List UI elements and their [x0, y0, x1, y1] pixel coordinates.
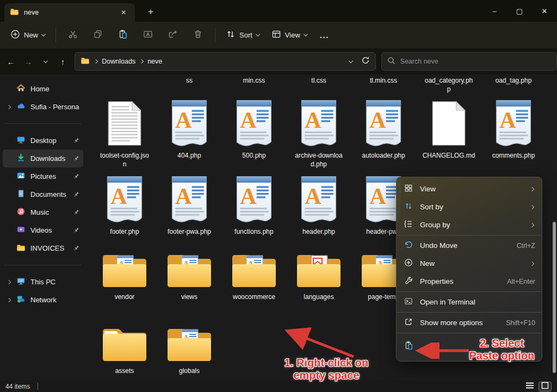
maximize-button[interactable]: ▢	[507, 0, 532, 22]
forward-button[interactable]: →	[20, 53, 37, 70]
file-item[interactable]: Awoocommerce	[224, 247, 284, 302]
menu-item-group-by[interactable]: Group by	[397, 216, 542, 234]
breadcrumb-neve[interactable]: neve	[147, 58, 162, 65]
file-item[interactable]: ss	[159, 77, 220, 85]
sidebar-item-invoices[interactable]: INVOICES	[3, 239, 83, 257]
back-button[interactable]: ←	[2, 53, 20, 70]
share-button[interactable]	[162, 26, 184, 44]
doc-blank-icon	[418, 99, 479, 152]
svg-text:A: A	[240, 184, 257, 209]
search-input[interactable]: Search neve	[381, 52, 557, 71]
sort-button[interactable]: Sort	[221, 26, 264, 44]
file-item[interactable]: tl.min.css	[353, 77, 414, 85]
php-icon: A	[159, 176, 220, 228]
sidebar-item-videos[interactable]: Videos	[3, 221, 83, 239]
vertical-scrollbar[interactable]	[553, 222, 556, 373]
tab-close-icon[interactable]: ✕	[117, 7, 129, 18]
pin-icon	[73, 191, 79, 198]
new-tab-button[interactable]: +	[143, 4, 159, 20]
file-item[interactable]: tl.css	[288, 77, 349, 85]
menu-item-properties[interactable]: PropertiesAlt+Enter	[397, 272, 542, 290]
menu-item-undo-move[interactable]: Undo MoveCtrl+Z	[397, 237, 542, 254]
close-button[interactable]: ✕	[532, 0, 557, 22]
menu-item-sort-by[interactable]: Sort by	[397, 198, 542, 216]
up-button[interactable]: ↑	[54, 53, 71, 70]
breadcrumb-downloads[interactable]: Downloads	[102, 58, 135, 65]
sidebar-item-desktop[interactable]: Desktop	[3, 132, 83, 150]
large-icons-view-icon	[541, 382, 549, 391]
file-item[interactable]: Afooter.php	[94, 176, 155, 237]
chevron-down-icon[interactable]	[348, 58, 352, 63]
copy-icon	[93, 29, 103, 41]
paste-icon	[404, 341, 413, 352]
php-icon: A	[224, 99, 284, 152]
cut-button[interactable]	[61, 26, 84, 44]
php-icon: A	[94, 176, 155, 228]
file-item[interactable]: Aautoloader.php	[353, 99, 414, 160]
file-item[interactable]: Aarchive-downloa d.php	[288, 99, 349, 169]
file-label: tl.min.css	[353, 77, 414, 85]
file-item[interactable]: oad_tag.php	[483, 77, 544, 85]
minimize-button[interactable]: –	[482, 0, 507, 22]
file-item[interactable]: min.css	[224, 77, 284, 85]
chevron-right-icon[interactable]	[6, 105, 11, 109]
file-item[interactable]: Afooter-pwa.php	[159, 176, 220, 237]
menu-item-view[interactable]: View	[397, 180, 542, 198]
rename-button[interactable]	[137, 26, 159, 44]
sidebar-item-downloads[interactable]: Downloads	[3, 150, 83, 167]
file-item[interactable]: Aviews	[159, 247, 220, 302]
trash-icon	[193, 29, 203, 41]
file-label: oad_category.ph p	[418, 77, 479, 94]
chevron-down-icon	[41, 32, 46, 36]
large-icons-view-button[interactable]	[539, 382, 552, 391]
file-item[interactable]: assets	[94, 321, 155, 376]
chevron-right-icon[interactable]	[6, 281, 11, 284]
more-options-button[interactable]: ...	[314, 28, 335, 42]
copy-button[interactable]	[86, 26, 109, 44]
address-bar[interactable]: Downloads neve	[75, 52, 375, 71]
sidebar-item-sufia-personal[interactable]: Sufia - Personal	[3, 98, 83, 116]
tab-neve[interactable]: neve ✕	[4, 3, 135, 22]
file-item[interactable]: A404.php	[159, 99, 220, 160]
file-label: functions.php	[224, 228, 284, 237]
home-icon	[16, 84, 26, 94]
paste-button[interactable]	[112, 26, 134, 44]
chevron-right-icon[interactable]	[6, 298, 11, 302]
sidebar-item-network[interactable]: Network	[3, 291, 83, 309]
file-item[interactable]: CHANGELOG.md	[418, 99, 479, 160]
sidebar-item-pictures[interactable]: Pictures	[3, 167, 83, 185]
menu-item-label: New	[420, 259, 523, 267]
sidebar-item-label: Downloads	[30, 154, 68, 163]
menu-item-show-more-options[interactable]: Show more optionsShift+F10	[397, 314, 542, 332]
delete-button[interactable]	[187, 26, 209, 44]
pin-icon	[73, 155, 79, 162]
refresh-icon[interactable]	[361, 56, 370, 67]
menu-item-open-in-terminal[interactable]: Open in Terminal	[397, 293, 542, 311]
file-label: assets	[94, 367, 155, 376]
file-item[interactable]: Avendor	[94, 247, 155, 302]
file-item[interactable]: Aglobals	[159, 321, 220, 376]
file-item[interactable]: languages	[288, 247, 349, 302]
file-item[interactable]: oad_category.ph p	[418, 77, 479, 94]
sidebar-item-home[interactable]: Home	[3, 80, 83, 98]
menu-item-shortcut: Alt+Enter	[507, 278, 535, 285]
status-bar: 44 items	[0, 381, 557, 392]
tab-title: neve	[24, 9, 113, 16]
sidebar-item-documents[interactable]: Documents	[3, 185, 83, 203]
music-icon	[16, 207, 26, 217]
file-item[interactable]: Acomments.php	[483, 99, 544, 160]
file-label: tl.css	[288, 77, 349, 85]
file-item[interactable]: Aheader.php	[288, 176, 349, 237]
details-view-button[interactable]	[523, 382, 536, 391]
view-button[interactable]: View	[267, 26, 312, 44]
scissors-icon	[68, 29, 78, 41]
file-item[interactable]: A500.php	[224, 99, 284, 160]
sidebar-item-music[interactable]: Music	[3, 203, 83, 221]
sidebar-item-this-pc[interactable]: This PC	[3, 273, 83, 291]
recent-locations-button[interactable]	[37, 53, 54, 70]
chevron-right-icon	[530, 204, 534, 209]
file-item[interactable]: Afunctions.php	[224, 176, 284, 237]
new-button[interactable]: New	[5, 26, 50, 44]
menu-item-new[interactable]: New	[397, 254, 542, 272]
file-item[interactable]: toolset-config.jso n	[94, 99, 155, 169]
